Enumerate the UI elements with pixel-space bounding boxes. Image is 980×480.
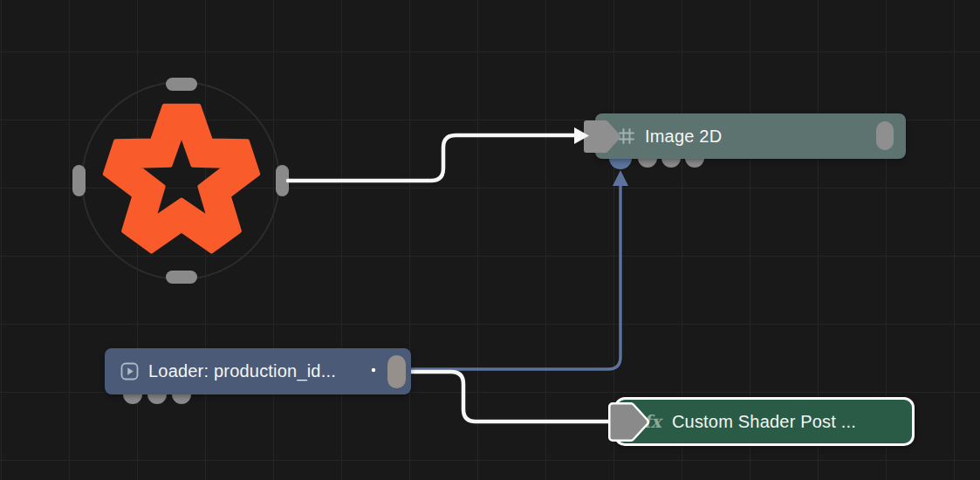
image2d-param-port[interactable] [685,158,704,168]
hub-port-bottom[interactable] [166,271,197,284]
node-custom-shader[interactable]: fx Custom Shader Post ... [614,397,915,446]
node-label: Image 2D [645,127,722,147]
wire-hub-to-image2d[interactable] [288,135,578,181]
node-image-2d[interactable]: Image 2D [595,113,906,159]
image2d-param-port[interactable] [638,158,657,168]
node-label: Loader: production_id... [148,361,336,381]
loader-param-port[interactable] [172,394,191,404]
node-loader[interactable]: Loader: production_id... [105,348,411,394]
loader-param-port[interactable] [147,394,167,404]
node-label: Custom Shader Post ... [672,412,856,432]
hub-port-left[interactable] [72,165,86,196]
star-logo-icon[interactable] [105,106,257,251]
image2d-param-port-connected[interactable] [609,158,632,169]
wire-loader-to-shader[interactable] [402,372,616,422]
image2d-param-port[interactable] [661,158,681,168]
loader-param-port[interactable] [123,394,142,404]
fx-icon: fx [643,413,661,430]
hub-port-top[interactable] [166,78,197,91]
wire-loader-to-image2d[interactable] [402,180,620,369]
blue-arrowhead-icon [613,170,628,186]
crop-icon [618,127,635,145]
play-icon [120,362,139,381]
